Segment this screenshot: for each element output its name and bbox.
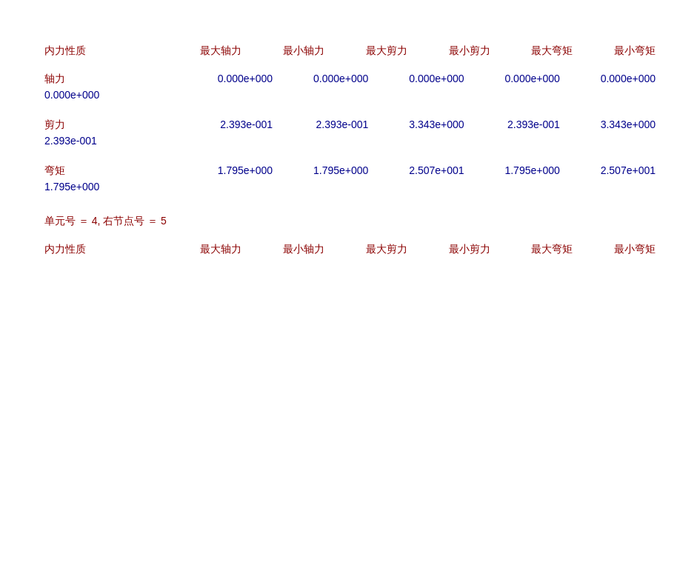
table2-header: 内力性质 最大轴力 最小轴力 最大剪力 最小剪力 最大弯矩 最小弯矩 — [44, 243, 656, 256]
header-label: 内力性质 — [44, 44, 159, 58]
row2-v6: 2.393e-001 — [44, 135, 97, 147]
row1-v2: 0.000e+000 — [273, 73, 368, 86]
row3-v6: 1.795e+000 — [44, 181, 99, 193]
header-col2: 最小轴力 — [241, 44, 324, 58]
header2-col6: 最小弯矩 — [573, 243, 656, 256]
table1-header: 内力性质 最大轴力 最小轴力 最大剪力 最小剪力 最大弯矩 最小弯矩 — [44, 44, 656, 58]
header2-col2: 最小轴力 — [241, 243, 324, 256]
header2-col3: 最大剪力 — [324, 243, 407, 256]
header-col3: 最大剪力 — [324, 44, 407, 58]
header-col6: 最小弯矩 — [573, 44, 656, 58]
row3-v3: 2.507e+001 — [368, 164, 464, 178]
header2-col5: 最大弯矩 — [490, 243, 573, 256]
row3-label: 弯矩 — [44, 164, 177, 178]
row1-v1: 0.000e+000 — [177, 73, 273, 86]
row3-v2: 1.795e+000 — [273, 164, 368, 178]
header2-label: 内力性质 — [44, 243, 159, 256]
row1-v6: 0.000e+000 — [44, 89, 99, 101]
header2-col1: 最大轴力 — [159, 243, 242, 256]
row1-label: 轴力 — [44, 73, 177, 86]
header-col1: 最大轴力 — [159, 44, 242, 58]
row1-v4: 0.000e+000 — [464, 73, 560, 86]
row-moment: 弯矩 1.795e+000 1.795e+000 2.507e+001 1.79… — [44, 164, 656, 193]
row2-label: 剪力 — [44, 118, 177, 132]
row3-v4: 1.795e+000 — [464, 164, 560, 178]
header-col5: 最大弯矩 — [490, 44, 573, 58]
row-shear: 剪力 2.393e-001 2.393e-001 3.343e+000 2.39… — [44, 118, 656, 147]
row1-v5: 0.000e+000 — [560, 73, 656, 86]
header2-col4: 最小剪力 — [407, 243, 490, 256]
row3-v1: 1.795e+000 — [177, 164, 273, 178]
row1-v3: 0.000e+000 — [368, 73, 464, 86]
row2-v5: 3.343e+000 — [560, 118, 656, 132]
row-axial: 轴力 0.000e+000 0.000e+000 0.000e+000 0.00… — [44, 73, 656, 101]
unit-info-text: 单元号 ＝ 4, 右节点号 ＝ 5 — [44, 215, 167, 227]
row3-v5: 2.507e+001 — [560, 164, 656, 178]
row2-v4: 2.393e-001 — [464, 118, 560, 132]
header-col4: 最小剪力 — [407, 44, 490, 58]
unit-info: 单元号 ＝ 4, 右节点号 ＝ 5 — [44, 215, 656, 228]
row2-v3: 3.343e+000 — [368, 118, 464, 132]
row2-v1: 2.393e-001 — [177, 118, 273, 132]
row2-v2: 2.393e-001 — [273, 118, 368, 132]
